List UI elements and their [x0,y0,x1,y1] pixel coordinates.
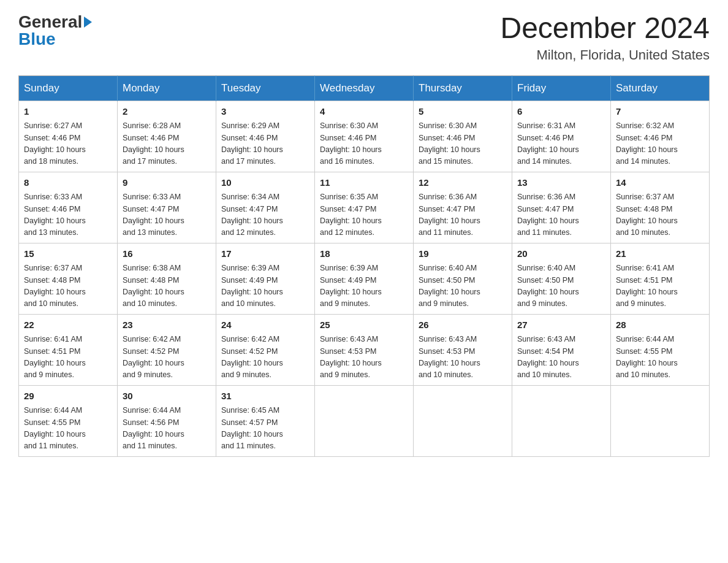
calendar-cell: 26 Sunrise: 6:43 AM Sunset: 4:53 PM Dayl… [414,314,512,385]
day-number: 5 [419,105,507,119]
day-number: 1 [24,105,112,119]
calendar-cell: 27 Sunrise: 6:43 AM Sunset: 4:54 PM Dayl… [512,314,611,385]
week-row-3: 15 Sunrise: 6:37 AM Sunset: 4:48 PM Dayl… [19,243,710,314]
logo-blue-text: Blue [18,29,92,49]
calendar-cell [315,385,414,456]
calendar-cell: 2 Sunrise: 6:28 AM Sunset: 4:46 PM Dayli… [118,101,216,172]
day-header-sunday: Sunday [19,75,118,101]
calendar-cell: 14 Sunrise: 6:37 AM Sunset: 4:48 PM Dayl… [611,172,710,243]
calendar-table: SundayMondayTuesdayWednesdayThursdayFrid… [18,75,710,457]
day-number: 11 [320,176,408,190]
week-row-1: 1 Sunrise: 6:27 AM Sunset: 4:46 PM Dayli… [19,101,710,172]
calendar-cell [611,385,710,456]
calendar-cell: 28 Sunrise: 6:44 AM Sunset: 4:55 PM Dayl… [611,314,710,385]
day-header-wednesday: Wednesday [315,75,414,101]
calendar-cell: 29 Sunrise: 6:44 AM Sunset: 4:55 PM Dayl… [19,385,118,456]
calendar-cell: 10 Sunrise: 6:34 AM Sunset: 4:47 PM Dayl… [216,172,315,243]
calendar-cell: 11 Sunrise: 6:35 AM Sunset: 4:47 PM Dayl… [315,172,414,243]
day-number: 21 [616,247,704,261]
day-header-friday: Friday [512,75,611,101]
day-info: Sunrise: 6:30 AM Sunset: 4:46 PM Dayligh… [320,120,408,168]
day-number: 15 [24,247,112,261]
day-info: Sunrise: 6:36 AM Sunset: 4:47 PM Dayligh… [517,191,605,239]
day-number: 19 [419,247,507,261]
day-info: Sunrise: 6:27 AM Sunset: 4:46 PM Dayligh… [24,120,112,168]
day-info: Sunrise: 6:32 AM Sunset: 4:46 PM Dayligh… [616,120,704,168]
calendar-cell: 17 Sunrise: 6:39 AM Sunset: 4:49 PM Dayl… [216,243,315,314]
day-number: 20 [517,247,605,261]
day-number: 27 [517,318,605,332]
day-number: 31 [221,389,309,404]
calendar-cell [414,385,512,456]
day-info: Sunrise: 6:37 AM Sunset: 4:48 PM Dayligh… [616,191,704,239]
day-number: 9 [123,176,211,190]
calendar-cell: 15 Sunrise: 6:37 AM Sunset: 4:48 PM Dayl… [19,243,118,314]
calendar-cell: 30 Sunrise: 6:44 AM Sunset: 4:56 PM Dayl… [118,385,216,456]
day-number: 30 [123,389,211,404]
day-number: 28 [616,318,704,332]
logo: General Blue [18,12,92,49]
calendar-cell: 6 Sunrise: 6:31 AM Sunset: 4:46 PM Dayli… [512,101,611,172]
calendar-cell: 13 Sunrise: 6:36 AM Sunset: 4:47 PM Dayl… [512,172,611,243]
location-title: Milton, Florida, United States [500,47,710,63]
day-number: 29 [24,389,112,404]
day-info: Sunrise: 6:34 AM Sunset: 4:47 PM Dayligh… [221,191,309,239]
calendar-cell: 23 Sunrise: 6:42 AM Sunset: 4:52 PM Dayl… [118,314,216,385]
day-header-saturday: Saturday [611,75,710,101]
day-info: Sunrise: 6:43 AM Sunset: 4:53 PM Dayligh… [320,334,408,381]
day-number: 14 [616,176,704,190]
calendar-cell: 19 Sunrise: 6:40 AM Sunset: 4:50 PM Dayl… [414,243,512,314]
day-info: Sunrise: 6:41 AM Sunset: 4:51 PM Dayligh… [24,334,112,381]
day-header-thursday: Thursday [414,75,512,101]
day-number: 26 [419,318,507,332]
day-info: Sunrise: 6:31 AM Sunset: 4:46 PM Dayligh… [517,120,605,168]
day-number: 7 [616,105,704,119]
calendar-cell: 18 Sunrise: 6:39 AM Sunset: 4:49 PM Dayl… [315,243,414,314]
day-headers-row: SundayMondayTuesdayWednesdayThursdayFrid… [19,75,710,101]
day-number: 25 [320,318,408,332]
day-info: Sunrise: 6:35 AM Sunset: 4:47 PM Dayligh… [320,191,408,239]
calendar-cell: 24 Sunrise: 6:42 AM Sunset: 4:52 PM Dayl… [216,314,315,385]
day-number: 18 [320,247,408,261]
day-info: Sunrise: 6:40 AM Sunset: 4:50 PM Dayligh… [517,262,605,310]
day-info: Sunrise: 6:43 AM Sunset: 4:54 PM Dayligh… [517,334,605,381]
day-number: 24 [221,318,309,332]
week-row-2: 8 Sunrise: 6:33 AM Sunset: 4:46 PM Dayli… [19,172,710,243]
calendar-cell: 5 Sunrise: 6:30 AM Sunset: 4:46 PM Dayli… [414,101,512,172]
calendar-cell: 3 Sunrise: 6:29 AM Sunset: 4:46 PM Dayli… [216,101,315,172]
day-info: Sunrise: 6:30 AM Sunset: 4:46 PM Dayligh… [419,120,507,168]
calendar-cell: 20 Sunrise: 6:40 AM Sunset: 4:50 PM Dayl… [512,243,611,314]
week-row-4: 22 Sunrise: 6:41 AM Sunset: 4:51 PM Dayl… [19,314,710,385]
day-info: Sunrise: 6:43 AM Sunset: 4:53 PM Dayligh… [419,334,507,381]
day-info: Sunrise: 6:40 AM Sunset: 4:50 PM Dayligh… [419,262,507,310]
day-number: 16 [123,247,211,261]
month-title: December 2024 [500,12,710,45]
day-info: Sunrise: 6:38 AM Sunset: 4:48 PM Dayligh… [123,262,211,310]
day-number: 23 [123,318,211,332]
week-row-5: 29 Sunrise: 6:44 AM Sunset: 4:55 PM Dayl… [19,385,710,456]
day-info: Sunrise: 6:36 AM Sunset: 4:47 PM Dayligh… [419,191,507,239]
day-number: 22 [24,318,112,332]
day-info: Sunrise: 6:41 AM Sunset: 4:51 PM Dayligh… [616,262,704,310]
day-info: Sunrise: 6:44 AM Sunset: 4:56 PM Dayligh… [123,405,211,453]
calendar-cell: 4 Sunrise: 6:30 AM Sunset: 4:46 PM Dayli… [315,101,414,172]
day-number: 6 [517,105,605,119]
day-number: 8 [24,176,112,190]
day-header-monday: Monday [118,75,216,101]
day-header-tuesday: Tuesday [216,75,315,101]
calendar-cell: 8 Sunrise: 6:33 AM Sunset: 4:46 PM Dayli… [19,172,118,243]
day-info: Sunrise: 6:42 AM Sunset: 4:52 PM Dayligh… [123,334,211,381]
day-number: 12 [419,176,507,190]
title-block: December 2024 Milton, Florida, United St… [500,12,710,63]
calendar-cell: 12 Sunrise: 6:36 AM Sunset: 4:47 PM Dayl… [414,172,512,243]
calendar-cell: 1 Sunrise: 6:27 AM Sunset: 4:46 PM Dayli… [19,101,118,172]
logo-arrow-icon [84,17,92,28]
day-number: 13 [517,176,605,190]
day-info: Sunrise: 6:44 AM Sunset: 4:55 PM Dayligh… [24,405,112,453]
calendar-cell: 25 Sunrise: 6:43 AM Sunset: 4:53 PM Dayl… [315,314,414,385]
calendar-cell: 22 Sunrise: 6:41 AM Sunset: 4:51 PM Dayl… [19,314,118,385]
calendar-cell [512,385,611,456]
day-info: Sunrise: 6:37 AM Sunset: 4:48 PM Dayligh… [24,262,112,310]
day-info: Sunrise: 6:29 AM Sunset: 4:46 PM Dayligh… [221,120,309,168]
calendar-cell: 31 Sunrise: 6:45 AM Sunset: 4:57 PM Dayl… [216,385,315,456]
